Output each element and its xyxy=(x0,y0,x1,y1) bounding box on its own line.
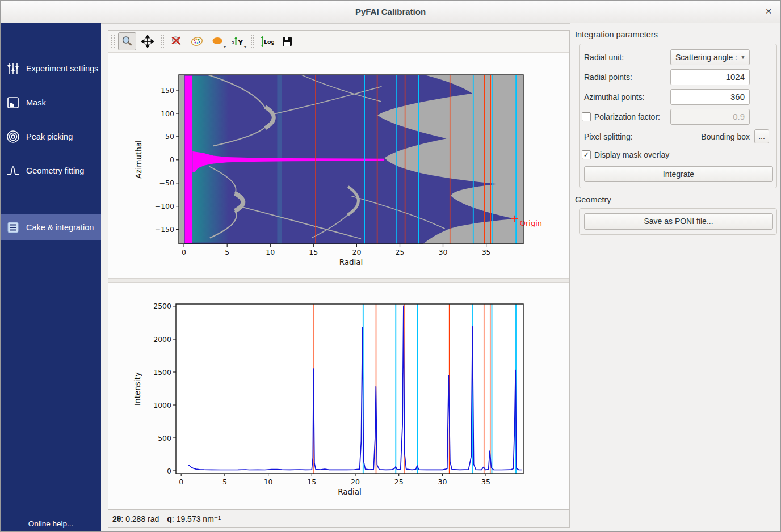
radial-unit-value: Scattering angle : xyxy=(675,53,737,62)
svg-text:5: 5 xyxy=(222,478,227,486)
autoscale-y-button[interactable]: a Y ▾ xyxy=(229,32,247,50)
sidebar-item-experiment-settings[interactable]: Experiment settings xyxy=(1,56,101,82)
save-plot-button[interactable] xyxy=(278,32,296,50)
geometry-group: Save as PONI file... xyxy=(579,208,777,235)
display-mask-checkbox[interactable] xyxy=(582,150,591,159)
palette-icon xyxy=(191,35,203,48)
sidebar-item-label: Experiment settings xyxy=(26,64,98,73)
svg-text:15: 15 xyxy=(309,248,318,256)
dropdown-arrow-icon: ▾ xyxy=(244,44,246,49)
svg-text:Y: Y xyxy=(237,38,243,47)
autoscale-y-icon: a Y xyxy=(232,35,244,48)
window-title: PyFAI Calibration xyxy=(1,1,780,23)
status-bar: 2θ: 0.288 rad q: 19.573 nm⁻¹ xyxy=(108,509,569,527)
svg-text:25: 25 xyxy=(396,248,405,256)
svg-text:20: 20 xyxy=(351,478,360,486)
log-scale-button[interactable]: Log xyxy=(258,32,276,50)
svg-text:−150: −150 xyxy=(155,225,174,234)
polarization-label: Polarization factor: xyxy=(594,109,660,125)
svg-text:Radial: Radial xyxy=(338,487,362,496)
svg-text:500: 500 xyxy=(158,434,171,442)
sidebar-item-label: Mask xyxy=(26,98,46,107)
dropdown-arrow-icon: ▾ xyxy=(224,44,226,49)
save-floppy-icon xyxy=(281,35,293,48)
pyfai-window: PyFAI Calibration – ✕ Experiment setting… xyxy=(0,0,781,532)
svg-text:100: 100 xyxy=(161,109,174,118)
integration-parameters-title: Integration parameters xyxy=(575,30,658,39)
integrate-button[interactable]: Integrate xyxy=(584,166,773,182)
pan-tool-button[interactable] xyxy=(138,32,157,50)
sliders-icon xyxy=(6,62,20,75)
tth-readout: 2θ: 0.288 rad xyxy=(112,514,159,523)
cake-2d-plot[interactable]: Origin05101520253035−150−100−50050100150… xyxy=(108,53,569,278)
pixel-splitting-label: Pixel splitting: xyxy=(584,129,633,145)
cake-list-icon xyxy=(6,221,20,234)
pan-arrows-icon xyxy=(141,35,154,48)
magnifier-icon xyxy=(121,35,133,48)
toolbar-grip[interactable] xyxy=(160,35,164,48)
target-icon xyxy=(6,130,20,143)
plot-panel: ▾ a Y ▾ Log xyxy=(108,30,570,528)
toolbar-grip[interactable] xyxy=(250,35,254,48)
svg-text:0: 0 xyxy=(179,478,183,486)
mask-ellipse-icon xyxy=(211,35,224,48)
svg-text:10: 10 xyxy=(266,248,275,256)
integration-sidebar: Integration parameters Radial unit: Scat… xyxy=(570,23,780,531)
svg-text:10: 10 xyxy=(264,478,273,486)
title-bar: PyFAI Calibration – ✕ xyxy=(1,1,780,24)
peak-curve-icon xyxy=(6,164,20,178)
radial-unit-label: Radial unit: xyxy=(584,49,624,65)
radial-points-label: Radial points: xyxy=(584,69,632,85)
svg-text:Intensity: Intensity xyxy=(133,372,142,406)
sidebar-item-mask[interactable]: Mask xyxy=(1,90,101,116)
svg-text:15: 15 xyxy=(307,478,316,486)
q-readout: q: 19.573 nm⁻¹ xyxy=(167,514,221,523)
minimize-button[interactable]: – xyxy=(740,1,757,23)
plot-splitter[interactable] xyxy=(108,278,569,283)
svg-text:30: 30 xyxy=(438,478,447,486)
geometry-title: Geometry xyxy=(575,195,611,204)
svg-text:Log: Log xyxy=(264,39,274,45)
sidebar-item-cake-integration[interactable]: Cake & integration xyxy=(1,214,101,240)
svg-text:50: 50 xyxy=(165,132,174,141)
svg-text:a: a xyxy=(232,40,234,45)
svg-text:−100: −100 xyxy=(155,202,174,210)
svg-text:1500: 1500 xyxy=(153,368,171,377)
radial-unit-select[interactable]: Scattering angle : ▼ xyxy=(670,49,750,65)
polarization-input[interactable]: 0.9 xyxy=(670,109,750,125)
svg-text:1000: 1000 xyxy=(153,401,171,409)
integrated-profile-plot[interactable]: 0510152025303505001000150020002500Radial… xyxy=(108,284,569,510)
svg-text:20: 20 xyxy=(352,248,361,256)
sidebar-item-peak-picking[interactable]: Peak picking xyxy=(1,124,101,150)
svg-text:35: 35 xyxy=(482,248,491,256)
close-button[interactable]: ✕ xyxy=(760,1,777,23)
mask-icon xyxy=(6,96,20,109)
toolbar-grip[interactable] xyxy=(111,35,115,48)
save-poni-button[interactable]: Save as PONI file... xyxy=(584,213,773,230)
svg-text:0: 0 xyxy=(170,155,174,164)
sidebar: Experiment settings Mask Peak picking xyxy=(1,23,101,531)
svg-text:−50: −50 xyxy=(159,179,174,187)
sidebar-item-label: Peak picking xyxy=(26,132,73,141)
sidebar-item-label: Geometry fitting xyxy=(26,166,84,175)
radial-points-input[interactable]: 1024 xyxy=(670,69,750,85)
svg-text:35: 35 xyxy=(481,478,490,486)
mask-display-button[interactable]: ▾ xyxy=(208,32,226,50)
polarization-checkbox[interactable] xyxy=(582,112,591,121)
svg-text:150: 150 xyxy=(161,86,174,95)
chevron-down-icon: ▼ xyxy=(740,50,746,65)
log-scale-icon: Log xyxy=(260,35,274,48)
svg-text:2000: 2000 xyxy=(153,335,171,344)
display-mask-label: Display mask overlay xyxy=(594,147,669,163)
sidebar-item-geometry-fitting[interactable]: Geometry fitting xyxy=(1,158,101,184)
svg-text:Radial: Radial xyxy=(339,257,363,267)
zoom-tool-button[interactable] xyxy=(118,32,136,50)
online-help-link[interactable]: Online help... xyxy=(1,520,101,528)
colormap-button[interactable] xyxy=(188,32,206,50)
azimuthal-points-input[interactable]: 360 xyxy=(670,89,750,105)
svg-text:0: 0 xyxy=(182,248,186,256)
plots-area: Origin05101520253035−150−100−50050100150… xyxy=(108,53,569,509)
svg-text:2500: 2500 xyxy=(153,302,171,310)
reset-zoom-button[interactable] xyxy=(167,32,186,50)
pixel-splitting-more-button[interactable]: ... xyxy=(754,129,769,143)
